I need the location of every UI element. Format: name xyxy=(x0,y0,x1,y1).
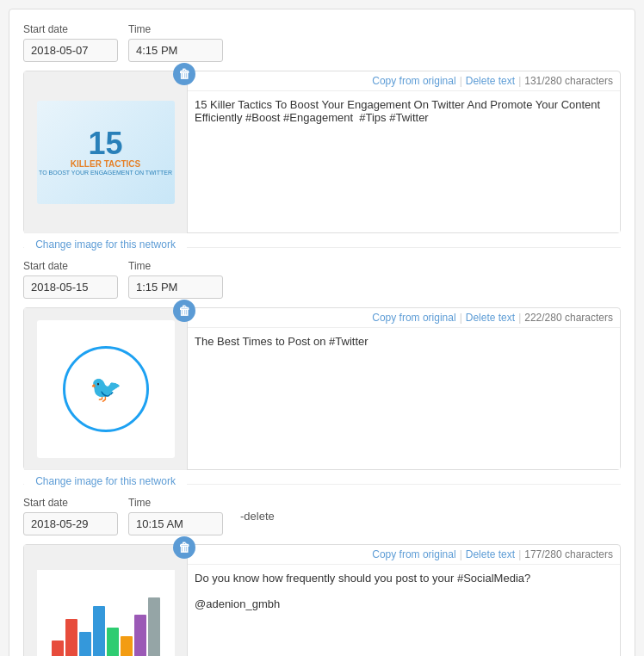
image-placeholder-2: 🐦 xyxy=(24,308,187,469)
start-date-input-2[interactable] xyxy=(23,275,118,299)
text-actions-1: Copy from original | Delete text | 131/2… xyxy=(188,71,620,91)
copy-from-original-link-1[interactable]: Copy from original xyxy=(372,75,455,87)
bar-chart-image xyxy=(37,570,175,657)
char-count-1: 131/280 characters xyxy=(524,75,613,87)
twitter-bird-icon: 🐦 xyxy=(90,374,121,404)
image-panel-3: 🗑 Change image for this network xyxy=(24,545,188,656)
start-date-label-2: Start date xyxy=(23,260,118,272)
image-panel-1: 🗑 15 KILLER TACTICS TO BOOST YOUR ENGAGE… xyxy=(24,71,188,232)
bar-7 xyxy=(134,615,146,657)
post-card-1: 🗑 15 KILLER TACTICS TO BOOST YOUR ENGAGE… xyxy=(23,71,621,233)
delete-text-link-2[interactable]: Delete text xyxy=(466,312,515,324)
start-date-input-1[interactable] xyxy=(23,39,118,62)
date-time-row-3: Start date Time -delete xyxy=(23,497,621,535)
image-placeholder-3 xyxy=(24,545,187,656)
bar-8 xyxy=(148,597,160,657)
change-image-link-1[interactable]: Change image for this network xyxy=(24,232,187,256)
delete-image-btn-1[interactable]: 🗑 xyxy=(173,63,195,85)
post-section-2: Start date Time 🗑 🐦 xyxy=(23,260,621,470)
copy-from-original-link-3[interactable]: Copy from original xyxy=(372,548,455,560)
trash-icon-3: 🗑 xyxy=(178,541,190,554)
char-count-2: 222/280 characters xyxy=(524,312,613,324)
main-container: Start date Time 🗑 15 KILLER TACTICS TO B… xyxy=(9,9,635,656)
bar-1 xyxy=(52,641,64,657)
date-time-row-2: Start date Time xyxy=(23,260,621,299)
time-input-1[interactable] xyxy=(128,39,223,62)
delete-image-btn-2[interactable]: 🗑 xyxy=(173,300,195,322)
image-placeholder-1: 15 KILLER TACTICS TO BOOST YOUR ENGAGEME… xyxy=(24,71,187,232)
delete-text-link-3[interactable]: Delete text xyxy=(466,548,515,560)
start-date-group-3: Start date xyxy=(23,497,118,535)
time-label-3: Time xyxy=(128,497,223,509)
post-textarea-3[interactable]: Do you know how frequently should you po… xyxy=(188,565,620,656)
time-group-3: Time xyxy=(128,497,223,535)
delete-text-link-1[interactable]: Delete text xyxy=(466,75,515,87)
text-actions-2: Copy from original | Delete text | 222/2… xyxy=(188,308,620,328)
time-label-1: Time xyxy=(128,23,223,35)
trash-icon-2: 🗑 xyxy=(178,304,190,318)
start-date-label-3: Start date xyxy=(23,497,118,509)
change-image-link-2[interactable]: Change image for this network xyxy=(24,469,187,492)
post-card-3: 🗑 Change image for this network xyxy=(23,544,621,656)
text-actions-3: Copy from original | Delete text | 177/2… xyxy=(188,545,620,565)
bar-6 xyxy=(121,636,133,657)
time-input-3[interactable] xyxy=(128,512,223,535)
text-panel-3: Copy from original | Delete text | 177/2… xyxy=(188,545,620,656)
start-date-group-1: Start date xyxy=(23,23,118,62)
killer-tactics-image: 15 KILLER TACTICS TO BOOST YOUR ENGAGEME… xyxy=(37,101,175,204)
start-date-group-2: Start date xyxy=(23,260,118,299)
time-group-1: Time xyxy=(128,23,223,62)
twitter-clock-image: 🐦 xyxy=(37,320,175,458)
trash-icon-1: 🗑 xyxy=(178,67,190,81)
time-group-2: Time xyxy=(128,260,223,299)
bar-2 xyxy=(65,619,77,657)
copy-from-original-link-2[interactable]: Copy from original xyxy=(372,312,455,324)
delete-image-btn-3[interactable]: 🗑 xyxy=(173,536,195,559)
date-time-row-1: Start date Time xyxy=(23,23,621,62)
bar-5 xyxy=(107,628,119,657)
time-input-2[interactable] xyxy=(128,275,223,299)
post-textarea-2[interactable]: The Best Times to Post on #Twitter xyxy=(188,328,620,469)
text-panel-1: Copy from original | Delete text | 131/2… xyxy=(188,71,620,232)
post-textarea-1[interactable]: 15 Killer Tactics To Boost Your Engageme… xyxy=(188,91,620,232)
delete-section-link-3[interactable]: -delete xyxy=(240,510,275,523)
start-date-input-3[interactable] xyxy=(23,512,118,535)
bar-3 xyxy=(79,632,91,657)
bar-4 xyxy=(93,606,105,657)
text-panel-2: Copy from original | Delete text | 222/2… xyxy=(188,308,620,469)
post-section-1: Start date Time 🗑 15 KILLER TACTICS TO B… xyxy=(23,23,621,233)
image-panel-2: 🗑 🐦 Change image for this network xyxy=(24,308,188,469)
start-date-label-1: Start date xyxy=(23,23,118,35)
char-count-3: 177/280 characters xyxy=(524,548,613,560)
post-card-2: 🗑 🐦 Change image for this network Copy f… xyxy=(23,307,621,470)
post-section-3: Start date Time -delete 🗑 xyxy=(23,497,621,656)
time-label-2: Time xyxy=(128,260,223,272)
